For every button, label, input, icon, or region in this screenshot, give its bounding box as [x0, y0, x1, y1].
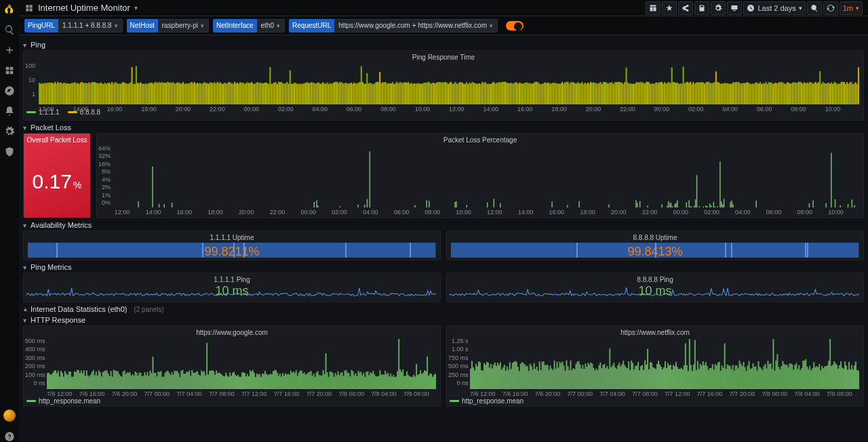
svg-rect-185	[302, 84, 304, 104]
panel-ping-2[interactable]: 8.8.8.8 Ping 10 ms	[446, 273, 864, 302]
svg-rect-207	[334, 82, 335, 104]
refresh-button[interactable]	[823, 1, 838, 15]
dashboard-title[interactable]: Internet Uptime Monitor	[38, 3, 130, 13]
svg-rect-795	[245, 376, 247, 389]
svg-rect-720	[144, 372, 146, 389]
panel-uptime-2[interactable]: 8.8.8.8 Uptime 99.8413%	[446, 230, 864, 260]
grafana-logo-icon[interactable]	[3, 3, 16, 15]
svg-rect-1179	[798, 365, 800, 389]
row-availability[interactable]: ▾Availability Metrics	[23, 221, 864, 229]
svg-rect-482	[726, 83, 727, 104]
svg-rect-1190	[813, 362, 814, 389]
svg-rect-569	[849, 83, 850, 104]
star-button[interactable]	[662, 1, 677, 15]
svg-rect-49	[108, 83, 110, 104]
shield-icon[interactable]	[4, 146, 15, 157]
svg-rect-1220	[854, 365, 855, 389]
svg-rect-695	[111, 371, 112, 389]
svg-rect-866	[341, 372, 342, 389]
svg-rect-1203	[831, 366, 832, 389]
svg-rect-173	[285, 83, 286, 104]
svg-rect-420	[637, 82, 638, 104]
svg-rect-550	[822, 82, 823, 104]
svg-rect-33	[85, 83, 87, 104]
svg-rect-128	[221, 84, 222, 104]
svg-rect-609	[669, 203, 670, 207]
panel-ping-1[interactable]: 1.1.1.1 Ping 10 ms	[23, 273, 441, 302]
svg-rect-771	[213, 371, 214, 389]
svg-rect-802	[255, 377, 256, 389]
svg-rect-653	[54, 371, 55, 389]
panel-packet-loss-pct[interactable]: Packet Loss Percentage 64%32%16%8%4%2%1%…	[96, 133, 864, 218]
svg-rect-1082	[667, 363, 669, 389]
bell-icon[interactable]	[4, 106, 15, 117]
apps-icon[interactable]	[4, 65, 15, 76]
panel-http-google[interactable]: https://www.google.com 500 ms400 ms300 m…	[23, 325, 441, 407]
svg-rect-1191	[814, 367, 816, 389]
svg-rect-911	[402, 369, 403, 389]
svg-rect-687	[100, 372, 101, 389]
svg-rect-776	[220, 374, 221, 389]
search-icon[interactable]	[4, 24, 15, 35]
svg-rect-833	[297, 376, 298, 389]
svg-rect-455	[687, 82, 688, 104]
svg-rect-1217	[850, 369, 851, 389]
svg-rect-623	[703, 207, 703, 207]
svg-rect-389	[593, 83, 594, 104]
svg-rect-315	[488, 84, 489, 104]
help-icon[interactable]	[4, 431, 15, 442]
chevron-down-icon[interactable]: ▾	[134, 4, 138, 12]
row-ping[interactable]: ▾Ping	[23, 41, 864, 49]
panel-uptime-1[interactable]: 1.1.1.1 Uptime 99.8211%	[23, 230, 441, 260]
gear-icon[interactable]	[4, 126, 15, 137]
svg-rect-714	[136, 373, 138, 389]
zoom-out-button[interactable]	[807, 1, 822, 15]
svg-rect-204	[330, 83, 331, 104]
svg-rect-344	[529, 83, 530, 104]
time-range-button[interactable]: Last 2 days ▾	[743, 1, 805, 15]
panel-overall-packet-loss[interactable]: Overall Packet Loss 0.17%	[23, 133, 91, 218]
svg-rect-296	[460, 82, 462, 104]
save-button[interactable]	[694, 1, 709, 15]
row-ping-metrics[interactable]: ▾Ping Metrics	[23, 263, 864, 271]
svg-rect-407	[618, 82, 620, 104]
svg-rect-537	[804, 82, 805, 104]
svg-rect-131	[225, 83, 226, 104]
svg-rect-502	[754, 83, 755, 104]
svg-rect-1085	[671, 369, 673, 389]
svg-rect-499	[749, 84, 751, 104]
svg-rect-725	[151, 373, 152, 389]
row-http[interactable]: ▾HTTP Response	[23, 316, 864, 324]
compass-icon[interactable]	[4, 85, 15, 96]
svg-rect-193	[313, 83, 315, 104]
svg-rect-157	[262, 83, 264, 104]
panel-http-netflix[interactable]: https://www.netflix.com 1.25 s1.00 s750 …	[446, 325, 864, 407]
refresh-interval-button[interactable]: 1m▾	[840, 1, 863, 15]
svg-rect-999	[555, 369, 557, 389]
svg-rect-576	[138, 201, 138, 207]
var-pingurl[interactable]: PingURL 1.1.1.1 + 8.8.8.8▾	[24, 19, 123, 33]
svg-rect-304	[472, 82, 473, 104]
add-panel-button[interactable]	[646, 1, 660, 15]
var-netinterface[interactable]: NetInterface eth0▾	[213, 19, 285, 33]
svg-rect-919	[413, 375, 414, 389]
svg-rect-961	[504, 365, 505, 389]
avatar[interactable]	[3, 409, 16, 422]
svg-rect-957	[498, 365, 500, 389]
svg-rect-1064	[643, 370, 644, 389]
settings-button[interactable]	[711, 1, 726, 15]
svg-rect-503	[755, 83, 757, 104]
cycle-toggle[interactable]	[506, 21, 524, 31]
svg-rect-421	[638, 83, 639, 104]
var-requesturl[interactable]: RequestURL https://www.google.com + http…	[289, 19, 498, 33]
row-net-stats[interactable]: ▸Internet Data Statistics (eth0)(2 panel…	[23, 305, 864, 313]
panel-ping-response-time[interactable]: Ping Response Time 100101 12:0014:0016:0…	[23, 50, 864, 121]
share-button[interactable]	[678, 1, 693, 15]
svg-rect-1044	[616, 369, 617, 389]
row-packet-loss[interactable]: ▾Packet Loss	[23, 123, 864, 132]
plus-icon[interactable]	[4, 45, 15, 56]
tv-mode-button[interactable]	[727, 1, 742, 15]
svg-rect-1214	[846, 365, 847, 389]
svg-rect-813	[270, 374, 271, 389]
var-nethost[interactable]: NetHost raspberry-pi▾	[127, 19, 209, 33]
